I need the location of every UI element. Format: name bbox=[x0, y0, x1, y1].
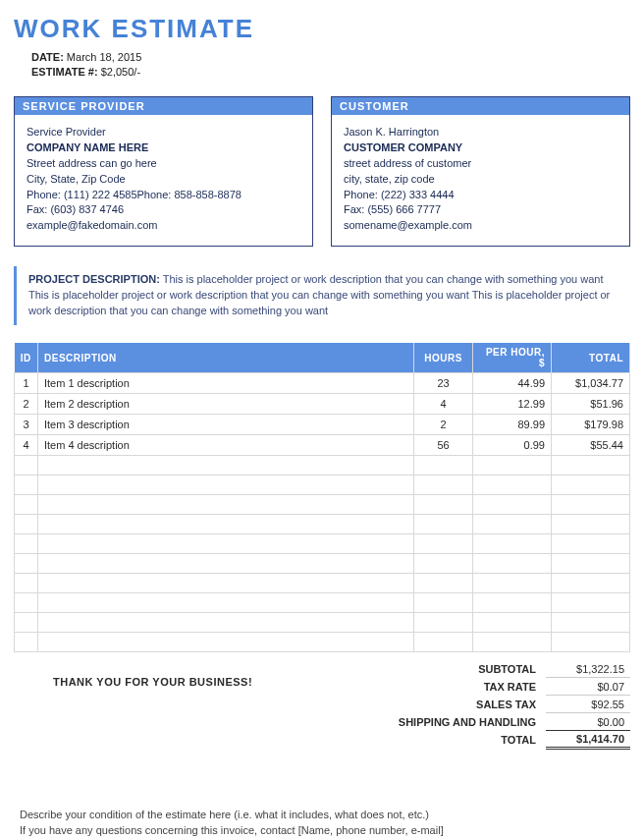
cell-description: Item 2 description bbox=[38, 394, 414, 415]
cell-rate: 89.99 bbox=[473, 415, 552, 435]
customer-company: CUSTOMER COMPANY bbox=[344, 140, 617, 156]
cell-id: 2 bbox=[15, 394, 38, 415]
provider-fax: Fax: (603) 837 4746 bbox=[27, 202, 300, 218]
customer-address2: city, state, zip code bbox=[344, 172, 617, 188]
cell-description: Item 3 description bbox=[38, 415, 414, 435]
provider-phone: Phone: (111) 222 4585Phone: 858-858-8878 bbox=[27, 188, 300, 203]
provider-email: example@fakedomain.com bbox=[27, 218, 300, 234]
cell-description: Item 1 description bbox=[38, 373, 414, 394]
project-description: PROJECT DESCRIPTION: This is placeholder… bbox=[14, 266, 630, 325]
cell-id: 3 bbox=[15, 415, 38, 435]
table-row-empty bbox=[15, 633, 630, 652]
cell-total: $55.44 bbox=[552, 435, 630, 456]
subtotal-label: SUBTOTAL bbox=[336, 663, 546, 675]
col-description: DESCRIPTION bbox=[38, 343, 414, 373]
subtotal-value: $1,322.15 bbox=[546, 661, 630, 678]
salestax-label: SALES TAX bbox=[336, 699, 546, 710]
col-id: ID bbox=[15, 343, 38, 373]
table-row-empty bbox=[15, 534, 630, 554]
date-value: March 18, 2015 bbox=[67, 51, 141, 63]
taxrate-label: TAX RATE bbox=[336, 681, 546, 693]
table-row-empty bbox=[15, 613, 630, 633]
total-label: TOTAL bbox=[336, 734, 546, 746]
customer-fax: Fax: (555) 666 7777 bbox=[344, 202, 617, 218]
estimate-number-label: ESTIMATE #: bbox=[31, 66, 98, 78]
customer-line1: Jason K. Harrington bbox=[344, 125, 617, 140]
header-meta: DATE: March 18, 2015 ESTIMATE #: $2,050/… bbox=[31, 50, 630, 81]
cell-id: 4 bbox=[15, 435, 38, 456]
thank-you-text: THANK YOU FOR YOUR BUSINESS! bbox=[14, 660, 336, 688]
service-provider-heading: SERVICE PROVIDER bbox=[15, 97, 312, 115]
table-row-empty bbox=[15, 554, 630, 574]
total-value: $1,414.70 bbox=[546, 730, 630, 750]
col-hours: HOURS bbox=[414, 343, 473, 373]
date-label: DATE: bbox=[31, 51, 64, 63]
cell-id: 1 bbox=[15, 373, 38, 394]
footer-line2: If you have any questions concerning thi… bbox=[20, 823, 630, 838]
table-row: 3Item 3 description289.99$179.98 bbox=[15, 415, 630, 435]
provider-line1: Service Provider bbox=[27, 125, 300, 140]
cell-rate: 12.99 bbox=[473, 394, 552, 415]
cell-total: $179.98 bbox=[552, 415, 630, 435]
shipping-value: $0.00 bbox=[546, 714, 630, 731]
table-row-empty bbox=[15, 456, 630, 475]
cell-hours: 2 bbox=[414, 415, 473, 435]
cell-rate: 44.99 bbox=[473, 373, 552, 394]
customer-email: somename@example.com bbox=[344, 218, 617, 234]
service-provider-box: SERVICE PROVIDER Service Provider COMPAN… bbox=[14, 96, 313, 248]
table-row-empty bbox=[15, 515, 630, 534]
cell-total: $1,034.77 bbox=[552, 373, 630, 394]
project-description-label: PROJECT DESCRIPTION: bbox=[28, 273, 160, 285]
totals-block: SUBTOTAL $1,322.15 TAX RATE $0.07 SALES … bbox=[336, 660, 630, 749]
table-row-empty bbox=[15, 574, 630, 593]
cell-rate: 0.99 bbox=[473, 435, 552, 456]
cell-description: Item 4 description bbox=[38, 435, 414, 456]
table-row: 2Item 2 description412.99$51.96 bbox=[15, 394, 630, 415]
customer-box: CUSTOMER Jason K. Harrington CUSTOMER CO… bbox=[331, 96, 630, 248]
col-rate: PER HOUR, $ bbox=[473, 343, 552, 373]
line-items-table: ID DESCRIPTION HOURS PER HOUR, $ TOTAL 1… bbox=[14, 343, 630, 652]
salestax-value: $92.55 bbox=[546, 697, 630, 713]
taxrate-value: $0.07 bbox=[546, 679, 630, 696]
cell-hours: 4 bbox=[414, 394, 473, 415]
cell-total: $51.96 bbox=[552, 394, 630, 415]
provider-company: COMPANY NAME HERE bbox=[27, 140, 300, 156]
cell-hours: 56 bbox=[414, 435, 473, 456]
shipping-label: SHIPPING AND HANDLING bbox=[336, 716, 546, 728]
footer-notes: Describe your condition of the estimate … bbox=[14, 808, 630, 838]
footer-line1: Describe your condition of the estimate … bbox=[20, 808, 630, 822]
provider-address1: Street address can go here bbox=[27, 156, 300, 172]
table-row-empty bbox=[15, 593, 630, 613]
customer-heading: CUSTOMER bbox=[332, 97, 629, 115]
page-title: WORK ESTIMATE bbox=[14, 14, 630, 44]
provider-address2: City, State, Zip Code bbox=[27, 172, 300, 188]
table-row: 1Item 1 description2344.99$1,034.77 bbox=[15, 373, 630, 394]
customer-address1: street address of customer bbox=[344, 156, 617, 172]
estimate-number-value: $2,050/- bbox=[101, 66, 140, 78]
cell-hours: 23 bbox=[414, 373, 473, 394]
table-row-empty bbox=[15, 495, 630, 515]
table-row: 4Item 4 description560.99$55.44 bbox=[15, 435, 630, 456]
table-row-empty bbox=[15, 475, 630, 495]
col-total: TOTAL bbox=[552, 343, 630, 373]
customer-phone: Phone: (222) 333 4444 bbox=[344, 188, 617, 203]
